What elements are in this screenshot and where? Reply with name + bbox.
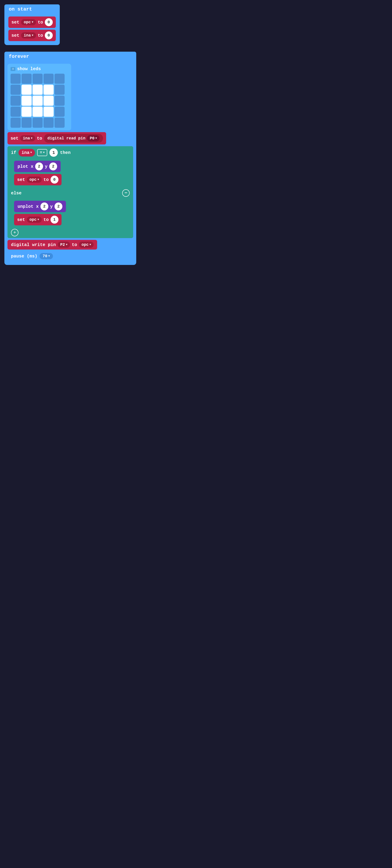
ina-value-1[interactable]: 0 bbox=[45, 31, 53, 39]
unplot-block: unplot x 2 y 2 bbox=[14, 201, 66, 212]
led-cell[interactable] bbox=[33, 106, 43, 117]
set-label-3: set bbox=[10, 136, 19, 141]
set-label-2: set bbox=[11, 33, 19, 38]
digital-write-block: digital write pin P2 ▼ to opc ▼ bbox=[7, 240, 97, 250]
led-cell[interactable] bbox=[43, 85, 54, 95]
led-cell[interactable] bbox=[33, 96, 43, 106]
forever-label: forever bbox=[9, 54, 29, 59]
else-header: else − bbox=[7, 187, 133, 199]
led-cell[interactable] bbox=[22, 74, 32, 84]
set-label-5: set bbox=[17, 217, 25, 222]
led-cell[interactable] bbox=[10, 85, 21, 95]
ina-dropdown-1[interactable]: ina ▼ bbox=[21, 32, 36, 38]
plot-y-label: y bbox=[45, 164, 47, 169]
on-start-label: on start bbox=[9, 7, 32, 12]
to-label-1: to bbox=[38, 20, 43, 25]
led-cell[interactable] bbox=[22, 106, 32, 117]
led-cell[interactable] bbox=[10, 106, 21, 117]
dropdown-arrow-2: ▼ bbox=[32, 34, 33, 37]
led-cell[interactable] bbox=[43, 96, 54, 106]
on-start-group: on start set opc ▼ to 0 set ina ▼ to 0 bbox=[4, 4, 60, 45]
forever-group: forever ≡ show leds set ina ▼ to digital… bbox=[4, 52, 136, 265]
set-opc-block: set opc ▼ to 0 bbox=[8, 17, 56, 28]
set-label-4: set bbox=[17, 177, 25, 182]
set-ina-block: set ina ▼ to 0 bbox=[8, 30, 56, 41]
to-label-4: to bbox=[43, 177, 49, 182]
unplot-y-value[interactable]: 2 bbox=[55, 203, 62, 210]
ina-condition-pill[interactable]: ina ▼ bbox=[19, 149, 35, 157]
else-body: unplot x 2 y 2 set opc ▼ to bbox=[7, 199, 133, 227]
digital-write-label: digital write pin bbox=[11, 242, 56, 247]
plot-label: plot x bbox=[18, 164, 33, 169]
opc-dropdown-2[interactable]: opc ▼ bbox=[27, 177, 42, 183]
plot-y-value[interactable]: 2 bbox=[49, 162, 57, 170]
unplot-y-label: y bbox=[50, 204, 53, 209]
dropdown-arrow-1: ▼ bbox=[32, 21, 33, 24]
set-ina-digital-block: set ina ▼ to digital read pin P0 ▼ bbox=[7, 132, 106, 145]
ina-dropdown-2[interactable]: ina ▼ bbox=[20, 135, 35, 142]
led-cell[interactable] bbox=[43, 106, 54, 117]
condition-value[interactable]: 1 bbox=[50, 148, 58, 157]
opc-dropdown-1[interactable]: opc ▼ bbox=[21, 19, 36, 25]
else-set-value[interactable]: 1 bbox=[51, 216, 59, 224]
led-cell[interactable] bbox=[22, 96, 32, 106]
led-cell[interactable] bbox=[22, 85, 32, 95]
then-label: then bbox=[60, 150, 70, 155]
led-cell[interactable] bbox=[43, 74, 54, 84]
unplot-x-value[interactable]: 2 bbox=[40, 203, 48, 210]
forever-body: ≡ show leds set ina ▼ to digital read pi… bbox=[4, 62, 136, 265]
opc-dropdown-3[interactable]: opc ▼ bbox=[27, 217, 42, 223]
else-label: else bbox=[11, 191, 22, 196]
set-label-1: set bbox=[11, 20, 19, 25]
forever-header: forever bbox=[4, 52, 136, 62]
digital-read-pill: digital read pin P0 ▼ bbox=[44, 134, 103, 143]
operator-pill[interactable]: = ▼ bbox=[37, 149, 47, 156]
comment-icon: ≡ bbox=[10, 67, 15, 71]
unplot-label: unplot x bbox=[18, 204, 39, 209]
led-cell[interactable] bbox=[10, 118, 21, 128]
if-block: if ina ▼ = ▼ 1 then plot x bbox=[7, 146, 133, 238]
on-start-body: set opc ▼ to 0 set ina ▼ to 0 bbox=[4, 14, 60, 45]
pause-value-dropdown[interactable]: 70 ▼ bbox=[39, 253, 53, 259]
to-label-3: to bbox=[37, 136, 42, 141]
to-label-2: to bbox=[38, 33, 43, 38]
led-cell[interactable] bbox=[10, 96, 21, 106]
show-leds-label: show leds bbox=[17, 66, 41, 71]
pause-label: pause (ms) bbox=[11, 254, 37, 259]
opc-value-1[interactable]: 0 bbox=[45, 18, 53, 26]
led-cell[interactable] bbox=[33, 85, 43, 95]
if-label: if bbox=[11, 150, 16, 155]
then-body: plot x 2 y 2 set opc ▼ to bbox=[7, 159, 133, 187]
if-footer: + bbox=[7, 227, 133, 238]
plot-block: plot x 2 y 2 bbox=[14, 161, 61, 172]
to-label-5: to bbox=[43, 217, 49, 222]
led-cell[interactable] bbox=[55, 85, 65, 95]
show-leds-block: ≡ show leds bbox=[7, 64, 71, 130]
led-cell[interactable] bbox=[55, 106, 65, 117]
opc-dropdown-4[interactable]: opc ▼ bbox=[79, 242, 94, 248]
on-start-header: on start bbox=[4, 4, 60, 14]
plot-x-value[interactable]: 2 bbox=[35, 162, 43, 170]
led-cell[interactable] bbox=[55, 118, 65, 128]
if-header: if ina ▼ = ▼ 1 then bbox=[7, 146, 133, 159]
led-cell[interactable] bbox=[33, 74, 43, 84]
led-cell[interactable] bbox=[33, 118, 43, 128]
then-set-value[interactable]: 0 bbox=[51, 176, 59, 184]
led-cell[interactable] bbox=[22, 118, 32, 128]
led-cell[interactable] bbox=[10, 74, 21, 84]
minus-button[interactable]: − bbox=[122, 189, 130, 197]
pin-dropdown-1[interactable]: P0 ▼ bbox=[87, 135, 100, 142]
then-set-opc-block: set opc ▼ to 0 bbox=[14, 174, 62, 185]
plus-button[interactable]: + bbox=[11, 229, 19, 236]
show-leds-header: ≡ show leds bbox=[10, 66, 68, 71]
led-grid bbox=[10, 74, 68, 128]
led-cell[interactable] bbox=[55, 96, 65, 106]
pin-dropdown-2[interactable]: P2 ▼ bbox=[58, 242, 70, 248]
pause-block: pause (ms) 70 ▼ bbox=[7, 251, 57, 261]
to-label-6: to bbox=[72, 242, 77, 247]
led-cell[interactable] bbox=[43, 118, 54, 128]
else-set-opc-block: set opc ▼ to 1 bbox=[14, 214, 62, 225]
led-cell[interactable] bbox=[55, 74, 65, 84]
